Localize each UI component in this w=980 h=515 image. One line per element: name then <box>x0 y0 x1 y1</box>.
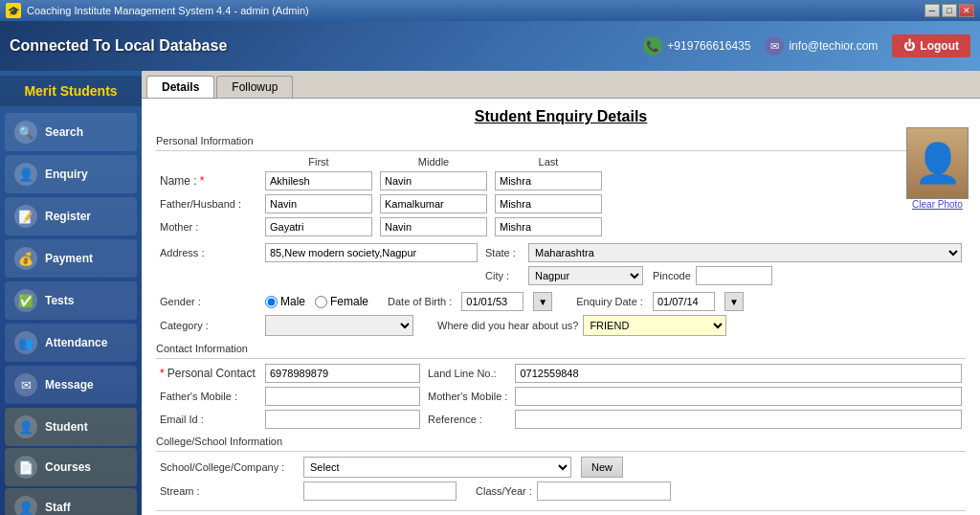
college-info-header: College/School Information <box>156 436 966 447</box>
state-label: State : <box>481 241 524 264</box>
father-middle-input[interactable] <box>380 194 487 213</box>
sidebar-item-enquiry[interactable]: 👤 Enquiry <box>5 155 137 193</box>
email-contact: ✉ info@techior.com <box>765 36 878 56</box>
mothers-mobile-input[interactable] <box>515 387 962 406</box>
tab-details[interactable]: Details <box>146 76 214 98</box>
sidebar-label-tests: Tests <box>45 294 74 307</box>
category-label: Category : <box>156 313 261 338</box>
contact-info-divider <box>156 358 966 359</box>
father-first-input[interactable] <box>265 194 372 213</box>
tab-followup[interactable]: Followup <box>216 76 293 98</box>
category-hear-row: Where did you hear about us? FRIEND <box>265 315 962 336</box>
stream-label: Stream : <box>156 480 300 503</box>
reference-input[interactable] <box>515 410 962 429</box>
category-select[interactable] <box>265 315 413 336</box>
dob-input[interactable] <box>461 292 523 311</box>
name-first-input[interactable] <box>265 171 372 190</box>
tab-followup-label: Followup <box>232 80 278 94</box>
school-college-select[interactable]: Select <box>303 457 571 478</box>
city-label: City : <box>481 264 524 287</box>
header-contact: 📞 +919766616435 ✉ info@techior.com ⏻ Log… <box>643 34 970 57</box>
student-photo-placeholder: 👤 <box>914 141 962 186</box>
content-area: Details Followup Student Enquiry Details… <box>142 71 980 515</box>
tab-bar: Details Followup <box>142 71 980 99</box>
pincode-label: Pincode <box>653 270 691 281</box>
logout-button[interactable]: ⏻ Logout <box>892 34 970 57</box>
land-line-input[interactable] <box>515 364 962 383</box>
sidebar-item-payment[interactable]: 💰 Payment <box>5 239 137 278</box>
phone-contact: 📞 +919766616435 <box>643 36 750 56</box>
sidebar-title: Merit Students <box>0 76 142 106</box>
mothers-mobile-label: Mother's Mobile : <box>424 385 511 408</box>
name-label: Name : * <box>156 169 261 192</box>
form-title: Student Enquiry Details <box>156 108 966 125</box>
name-last-input[interactable] <box>495 171 602 190</box>
form-content: Student Enquiry Details 👤 Clear Photo Pe… <box>142 99 980 515</box>
school-select-row: Select New <box>303 457 962 478</box>
title-bar-left: 🎓 Coaching Institute Management System 4… <box>6 3 309 18</box>
address-input[interactable] <box>265 243 478 262</box>
clear-photo-link[interactable]: Clear Photo <box>906 199 969 210</box>
address-label: Address : <box>156 241 261 264</box>
gender-label: Gender : <box>156 290 261 313</box>
sidebar-bottom: 👤 Student 📄 Courses 👤 Staff <box>0 406 142 515</box>
gender-options: Male Female Date of Birth : ▼ Enquiry Da… <box>265 292 962 311</box>
stream-input[interactable] <box>303 481 457 501</box>
enquiry-date-calendar-btn[interactable]: ▼ <box>724 292 744 311</box>
gender-male-option[interactable]: Male <box>265 295 305 308</box>
where-hear-label: Where did you hear about us? <box>437 320 578 331</box>
maximize-button[interactable]: □ <box>942 4 957 17</box>
new-school-button[interactable]: New <box>581 457 623 478</box>
sidebar-label-register: Register <box>45 210 91 223</box>
sidebar-item-student[interactable]: 👤 Student <box>5 408 137 446</box>
student-icon: 👤 <box>14 415 37 438</box>
phone-number: +919766616435 <box>667 39 750 53</box>
main-layout: Merit Students 🔍 Search 👤 Enquiry 📝 Regi… <box>0 71 980 515</box>
payment-icon: 💰 <box>14 247 37 270</box>
photo-box: 👤 <box>906 127 969 199</box>
enquiry-date-input[interactable] <box>653 292 715 311</box>
gender-male-label: Male <box>280 295 305 308</box>
where-hear-select[interactable]: FRIEND <box>583 315 726 336</box>
class-year-input[interactable] <box>537 481 671 501</box>
sidebar-label-staff: Staff <box>45 501 71 514</box>
state-select[interactable]: Maharashtra <box>528 243 962 262</box>
personal-info-header: Personal Information <box>156 135 966 146</box>
father-last-input[interactable] <box>495 194 602 213</box>
father-label: Father/Husband : <box>156 192 261 215</box>
sidebar-item-staff[interactable]: 👤 Staff <box>5 488 137 515</box>
minimize-button[interactable]: ─ <box>924 4 940 17</box>
sidebar-item-message[interactable]: ✉ Message <box>5 366 137 404</box>
close-button[interactable]: ✕ <box>959 4 974 17</box>
title-bar: 🎓 Coaching Institute Management System 4… <box>0 0 980 21</box>
name-required: * <box>200 174 205 188</box>
mother-last-input[interactable] <box>495 217 602 236</box>
name-middle-input[interactable] <box>380 171 487 190</box>
class-year-label: Class/Year : <box>476 485 532 497</box>
middle-col-header: Middle <box>376 154 491 169</box>
gender-female-option[interactable]: Female <box>315 295 368 308</box>
sidebar-label-courses: Courses <box>45 460 91 474</box>
mother-first-input[interactable] <box>265 217 372 236</box>
dob-calendar-btn[interactable]: ▼ <box>533 292 552 311</box>
personal-contact-input[interactable] <box>265 364 420 383</box>
sidebar-item-attendance[interactable]: 👥 Attendance <box>5 324 137 362</box>
gender-female-label: Female <box>330 295 368 308</box>
contact-info-header: Contact Information <box>156 343 966 354</box>
mother-middle-input[interactable] <box>380 217 487 236</box>
pincode-input[interactable] <box>696 266 772 285</box>
email-input[interactable] <box>265 410 420 429</box>
message-icon: ✉ <box>14 373 37 396</box>
address-table: Address : State : Maharashtra City : <box>156 241 966 287</box>
sidebar: Merit Students 🔍 Search 👤 Enquiry 📝 Regi… <box>0 71 142 515</box>
sidebar-item-search[interactable]: 🔍 Search <box>5 113 137 151</box>
city-select[interactable]: Nagpur <box>528 266 643 285</box>
sidebar-item-courses[interactable]: 📄 Courses <box>5 448 137 486</box>
contact-table: * Personal Contact Land Line No.: Father… <box>156 362 966 431</box>
personal-contact-text: Personal Contact <box>167 367 256 380</box>
fathers-mobile-input[interactable] <box>265 387 420 406</box>
gender-female-radio[interactable] <box>315 296 327 308</box>
sidebar-item-tests[interactable]: ✅ Tests <box>5 281 137 320</box>
gender-male-radio[interactable] <box>265 296 278 308</box>
sidebar-item-register[interactable]: 📝 Register <box>5 197 137 235</box>
